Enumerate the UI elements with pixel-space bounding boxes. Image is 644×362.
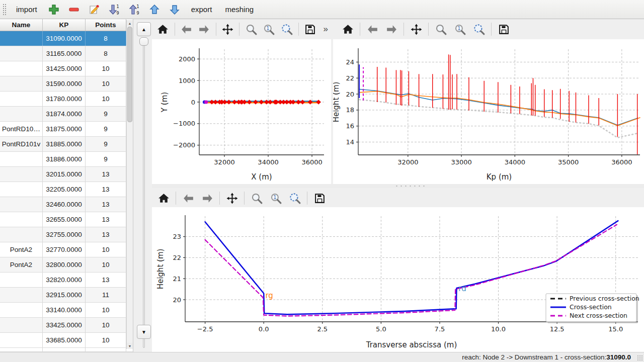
cell-kp: 31590.0000 [43,76,86,91]
home-icon[interactable] [155,190,172,206]
cell-name [0,152,43,166]
cell-points: 10 [86,242,126,257]
resize-grip[interactable] [637,355,643,361]
cell-name [0,167,43,182]
save-icon[interactable] [311,190,328,206]
pan-icon[interactable] [223,190,240,206]
table-row[interactable]: 31090.00008 [0,31,133,46]
import-button[interactable]: import [12,3,41,16]
svg-text:5.0: 5.0 [376,325,386,333]
back-icon[interactable] [364,21,381,37]
toolbar-separator [244,192,245,205]
scrollbar-thumb[interactable] [127,27,132,122]
zoom-fit-icon[interactable] [279,21,295,37]
table-row[interactable]: 32460.000013 [0,197,133,212]
slider-down-button[interactable]: ▼ [137,325,151,339]
table-row[interactable]: 32755.000013 [0,227,133,242]
svg-text:1: 1 [266,25,269,31]
cell-kp: 32655.0000 [43,212,86,227]
longitudinal-profile-canvas[interactable]: 3200033000340003500036000141618202224Kp … [333,39,644,184]
table-row[interactable]: 31874.00009 [0,107,133,122]
slider-handle[interactable] [139,37,148,46]
scroll-up-icon[interactable]: ▲ [127,20,133,26]
zoom-one-icon[interactable]: 1 [451,21,468,37]
column-header-kp[interactable]: KP [43,19,86,31]
svg-text:−1000: −1000 [173,120,195,127]
table-row[interactable]: 32820.000013 [0,273,133,288]
svg-text:22: 22 [346,74,354,82]
cell [43,348,86,351]
table-row[interactable]: 32205.000013 [0,182,133,197]
cell-kp: 32755.0000 [43,227,86,242]
table-row[interactable]: 31590.000010 [0,76,133,92]
column-header-points[interactable]: Points [86,19,126,31]
cell-points: 13 [86,212,126,227]
move-down-icon[interactable] [167,2,182,17]
zoom-icon[interactable] [243,21,259,37]
save-icon[interactable] [495,21,512,37]
zoom-icon[interactable] [248,190,265,206]
table-row[interactable]: 33685.000010 [0,333,133,348]
zoom-one-icon[interactable]: 1 [261,21,277,37]
table-row[interactable]: PontRD101v31885.00009 [0,137,133,152]
zoom-fit-icon[interactable] [470,21,488,37]
table-scrollbar[interactable]: ▲ ▼ [126,20,133,349]
table-row[interactable]: PontA232770.000010 [0,242,133,257]
table-row[interactable]: 32655.000013 [0,212,133,227]
table-row[interactable]: 31780.000010 [0,92,133,107]
slider-track[interactable] [143,37,145,348]
toolbar-overflow-button[interactable]: » [320,24,331,34]
table-row[interactable]: 31165.00008 [0,46,133,61]
remove-icon[interactable] [66,2,82,17]
pan-icon[interactable] [408,21,425,37]
table-row[interactable]: PontA232800.000010 [0,257,133,273]
table-row[interactable]: 31425.000010 [0,61,133,76]
forward-icon[interactable] [199,190,216,206]
pan-icon[interactable] [220,21,236,37]
plan-view-canvas[interactable]: 320003400036000−2000−1000010002000X (m)Y… [152,39,331,184]
back-icon[interactable] [180,190,197,206]
horizontal-splitter[interactable] [152,184,644,188]
table-row[interactable]: 31886.00009 [0,152,133,167]
table-row[interactable]: PontRD10…31875.00009 [0,122,133,137]
zoom-fit-icon[interactable] [286,190,303,206]
save-icon[interactable] [302,21,318,37]
svg-text:36000: 36000 [301,158,322,166]
add-icon[interactable] [46,2,61,17]
back-icon[interactable] [179,21,195,37]
meshing-button[interactable]: meshing [221,3,258,16]
export-button[interactable]: export [187,3,216,16]
home-icon[interactable] [155,21,171,37]
cell-name [0,288,43,302]
forward-icon[interactable] [196,21,212,37]
cell-name: PontA2 [0,242,43,257]
main-toolbar: import1919exportmeshing [0,0,644,19]
svg-text:X (m): X (m) [251,172,272,182]
toolbar-grip[interactable] [3,4,6,16]
cell-kp: 31780.0000 [43,92,86,106]
zoom-one-icon[interactable]: 1 [267,190,284,206]
table-row[interactable]: 33425.000010 [0,318,133,333]
cell-points: 10 [86,257,126,272]
cell-points: 8 [86,31,126,46]
svg-text:34000: 34000 [258,158,278,166]
zoom-icon[interactable] [432,21,449,37]
forward-icon[interactable] [383,21,400,37]
edit-icon[interactable] [87,2,102,17]
slider-up-button[interactable]: ▲ [137,22,151,36]
svg-text:24: 24 [346,58,354,66]
table-row[interactable]: 32915.000011 [0,288,133,303]
svg-text:33000: 33000 [451,158,471,166]
sort-descending-icon[interactable]: 19 [107,2,122,17]
toolbar-separator [360,23,360,36]
column-header-name[interactable]: Name [0,19,43,31]
home-icon[interactable] [339,21,356,37]
table-row[interactable]: 33140.000010 [0,303,133,318]
sort-ascending-icon[interactable]: 19 [127,2,142,17]
svg-text:1: 1 [273,194,276,200]
table-row[interactable]: 32015.000013 [0,167,133,182]
cell-name [0,273,43,287]
move-up-icon[interactable] [147,2,162,17]
cross-section-canvas[interactable]: rgrd−2.50.02.55.07.510.012.515.020212223… [152,207,644,352]
scroll-down-icon[interactable]: ▼ [127,343,133,349]
